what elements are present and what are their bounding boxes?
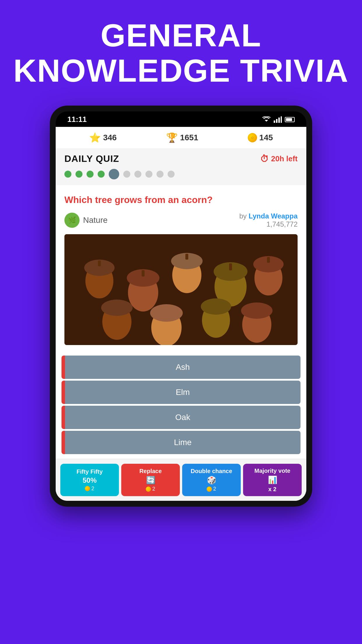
author-prefix: by (239, 212, 247, 220)
dot-4 (98, 171, 105, 178)
coins-stat: ○ 145 (248, 133, 273, 142)
trophy-icon: 🏆 (166, 132, 178, 143)
time-display: 11:11 (67, 115, 87, 124)
author-name: Lynda Weappa (249, 212, 298, 220)
dot-6 (123, 171, 130, 178)
question-text: Which tree grows from an acorn? (64, 194, 298, 206)
stars-value: 346 (103, 133, 117, 142)
powerup-replace-button[interactable]: Replace 🔄 2 (121, 464, 180, 496)
answer-option-0[interactable]: Ash (61, 356, 301, 379)
coin-icon: ○ (248, 133, 257, 142)
powerup-fifty-big: 50% (82, 476, 96, 484)
svg-rect-20 (267, 257, 270, 263)
powerup-double-label: Double chance (191, 468, 232, 475)
svg-rect-1 (274, 120, 275, 123)
dot-8 (145, 171, 152, 178)
status-icons (262, 116, 295, 123)
wifi-icon (262, 116, 271, 123)
answer-text-3: Lime (174, 438, 192, 447)
signal-icon (274, 116, 282, 123)
answer-accent-1 (61, 381, 65, 404)
powerup-majority-icon: 📊 (268, 475, 277, 484)
answer-text-box-2: Oak (65, 406, 301, 429)
daily-quiz-bar: DAILY QUIZ ⏱ 20h left (56, 149, 306, 185)
dot-5-current (109, 169, 119, 179)
coin-double (207, 487, 212, 492)
answer-accent-3 (61, 431, 65, 454)
replace-cost-val: 2 (152, 486, 155, 492)
status-bar: 11:11 (56, 111, 306, 127)
dot-7 (134, 171, 141, 178)
timer-badge: ⏱ 20h left (260, 154, 298, 164)
powerup-replace-icon: 🔄 (146, 476, 155, 485)
acorn-image (64, 234, 298, 345)
author-info: by Lynda Weappa 1,745,772 (239, 212, 298, 228)
category-info: 🌿 Nature (64, 213, 108, 228)
svg-point-22 (101, 300, 133, 316)
answer-accent-0 (61, 356, 65, 379)
star-icon: ⭐ (89, 132, 101, 143)
powerup-replace-cost: 2 (146, 486, 155, 492)
answer-text-0: Ash (176, 363, 190, 372)
svg-rect-4 (281, 116, 282, 123)
powerup-double-button[interactable]: Double chance 🎲 2 (182, 464, 241, 496)
svg-point-26 (201, 298, 231, 315)
answer-accent-2 (61, 406, 65, 429)
powerup-double-cost: 2 (207, 486, 216, 492)
dot-2 (75, 171, 82, 178)
powerup-replace-label: Replace (139, 468, 162, 475)
timer-icon: ⏱ (260, 154, 269, 164)
answer-text-2: Oak (175, 413, 190, 422)
double-cost-val: 2 (213, 486, 216, 492)
page-title: GENERAL KNOWLEDGE TRIVIA (13, 18, 349, 88)
dot-9 (157, 171, 164, 178)
answer-option-1[interactable]: Elm (61, 381, 301, 404)
answer-text-box-0: Ash (65, 356, 301, 379)
phone-device: 11:11 ⭐ 346 (50, 106, 312, 507)
trophy-stat: 🏆 1651 (166, 132, 198, 143)
powerup-majority-sub: x 2 (268, 486, 277, 493)
coin-replace (146, 487, 151, 492)
fifty-cost-val: 2 (91, 486, 94, 492)
svg-rect-11 (142, 270, 145, 276)
powerup-fifty-label: Fifty Fifty (77, 468, 103, 475)
powerups-bar: Fifty Fifty 50% 2 Replace 🔄 2 Double cha… (56, 459, 306, 501)
answer-text-box-1: Elm (65, 381, 301, 404)
timer-text: 20h left (271, 154, 298, 163)
battery-icon (285, 117, 295, 122)
category-row: 🌿 Nature by Lynda Weappa 1,745,772 (64, 212, 298, 228)
answers-section: Ash Elm Oak Lime (56, 351, 306, 459)
phone-screen: ⭐ 346 🏆 1651 ○ 145 DAILY QUIZ ⏱ 20h left (56, 127, 306, 501)
author-count: 1,745,772 (239, 220, 298, 228)
coin-fifty (85, 486, 90, 491)
question-section: Which tree grows from an acorn? 🌿 Nature… (56, 185, 306, 351)
category-icon: 🌿 (64, 213, 80, 228)
svg-marker-0 (265, 120, 268, 122)
stars-stat: ⭐ 346 (89, 132, 117, 143)
daily-quiz-title: DAILY QUIZ (64, 153, 119, 164)
powerup-majority-button[interactable]: Majority vote 📊 x 2 (243, 464, 302, 496)
answer-option-3[interactable]: Lime (61, 431, 301, 454)
progress-dots (64, 169, 298, 179)
svg-rect-2 (276, 119, 277, 123)
answer-option-2[interactable]: Oak (61, 406, 301, 429)
answer-text-1: Elm (176, 388, 190, 397)
svg-rect-3 (278, 118, 280, 123)
svg-rect-8 (98, 260, 101, 266)
powerup-fifty-button[interactable]: Fifty Fifty 50% 2 (60, 464, 119, 496)
powerup-majority-label: Majority vote (254, 467, 290, 474)
powerup-fifty-cost: 2 (85, 486, 94, 492)
coins-value: 145 (259, 133, 273, 142)
dot-1 (64, 171, 71, 178)
powerup-double-icon: 🎲 (207, 476, 216, 485)
svg-point-28 (241, 302, 273, 319)
dot-3 (87, 171, 94, 178)
category-label: Nature (83, 216, 108, 225)
svg-rect-14 (185, 254, 188, 260)
dot-10 (168, 171, 175, 178)
daily-quiz-header: DAILY QUIZ ⏱ 20h left (64, 153, 298, 164)
trophy-value: 1651 (180, 133, 198, 142)
question-image (64, 234, 298, 345)
svg-point-24 (150, 304, 183, 322)
stats-bar: ⭐ 346 🏆 1651 ○ 145 (56, 127, 306, 149)
